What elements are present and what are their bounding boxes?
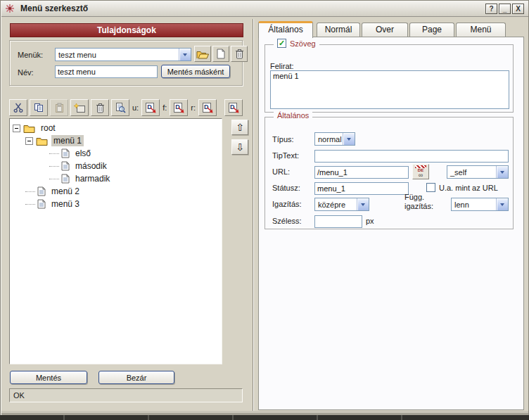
name-input[interactable]: [55, 65, 158, 78]
tab-page-altalanos: ✓ Szöveg Felirat: menü 1 Általános Típus…: [258, 37, 524, 410]
url-label: URL:: [272, 167, 290, 176]
tree-connector: [49, 179, 59, 179]
add-item-button[interactable]: [70, 99, 89, 116]
tiptext-label: TipText:: [272, 151, 299, 160]
document-icon: [37, 186, 46, 196]
szeless-input[interactable]: [314, 215, 362, 228]
app-icon: [5, 4, 15, 13]
document-icon: [61, 174, 70, 184]
new-menu-button[interactable]: [212, 46, 229, 62]
tipus-select[interactable]: normal: [314, 132, 355, 146]
clipboard-icon: [55, 103, 64, 113]
menus-select[interactable]: teszt menu: [55, 48, 191, 61]
szoveg-checkbox[interactable]: ✓: [277, 39, 286, 48]
open-menu-button[interactable]: [194, 46, 211, 62]
felirat-textarea[interactable]: menü 1: [270, 70, 509, 109]
menu-selector-group: Menük: teszt menu Név: Mentés másként: [9, 40, 243, 86]
igazitas-select[interactable]: középre: [314, 198, 369, 211]
new-document-icon: [217, 49, 225, 59]
help-button[interactable]: ?: [485, 4, 497, 14]
close-button[interactable]: Bezár: [98, 371, 174, 384]
altalanos-group: Általános Típus: normal TipText: URL: DE…: [264, 117, 514, 229]
tree-item-elso[interactable]: első: [10, 147, 222, 160]
save-as-button[interactable]: Mentés másként: [161, 65, 230, 78]
delete-menu-button[interactable]: [231, 46, 248, 62]
export-d-icon: D: [145, 103, 156, 113]
tree-item-harmadik[interactable]: harmadik: [10, 172, 222, 185]
open-folder-icon: [196, 49, 209, 59]
chain-link-icon: ∞: [419, 172, 423, 178]
felirat-label: Felirat:: [270, 62, 294, 70]
tab-altalanos[interactable]: Általános: [258, 21, 313, 38]
folder-icon: [36, 136, 48, 146]
same-as-url-checkbox[interactable]: ✓: [426, 183, 435, 192]
export-d-icon: D: [228, 103, 239, 113]
url-picker-button[interactable]: DE ∞: [412, 164, 429, 179]
check-icon: ✓: [279, 39, 285, 47]
tab-over[interactable]: Over: [362, 23, 408, 37]
copy-button[interactable]: [30, 99, 48, 116]
chevron-down-icon[interactable]: [357, 198, 369, 210]
menu-tree: root menü 1 első második harmadik: [9, 118, 222, 364]
delete-item-button[interactable]: [91, 99, 109, 116]
collapse-icon[interactable]: [13, 125, 20, 132]
export-r-button[interactable]: D: [198, 99, 217, 116]
szeless-label: Széless:: [272, 217, 302, 225]
szoveg-legend: ✓ Szöveg: [274, 39, 319, 48]
tree-toolbar: u: D f: D r: D: [9, 98, 253, 117]
scissors-icon: [13, 103, 23, 113]
chevron-down-icon[interactable]: [179, 49, 191, 61]
copy-icon: [34, 103, 44, 113]
url-input[interactable]: [314, 166, 409, 179]
chevron-down-icon[interactable]: [496, 198, 508, 210]
close-icon[interactable]: X: [512, 4, 524, 14]
folder-icon: [23, 124, 35, 133]
tab-menu[interactable]: Menü: [456, 23, 506, 37]
up-arrow-icon: ⇧: [236, 122, 244, 133]
tree-connector: [25, 204, 35, 205]
move-up-button[interactable]: ⇧: [231, 120, 248, 135]
same-as-url-label: U.a. mint az URL: [439, 184, 498, 192]
export-u-button[interactable]: D: [141, 99, 160, 116]
target-select[interactable]: _self: [447, 165, 509, 179]
tab-normal[interactable]: Normál: [317, 23, 360, 37]
tree-item-masodik[interactable]: második: [10, 160, 222, 172]
minimize-button[interactable]: _: [499, 4, 511, 14]
tree-item-menu1[interactable]: menü 1: [10, 134, 222, 147]
paste-button[interactable]: [50, 99, 68, 116]
save-button[interactable]: Mentés: [10, 371, 87, 384]
cut-button[interactable]: [9, 99, 27, 116]
page-magnifier-icon: [115, 103, 126, 113]
px-label: px: [366, 217, 374, 225]
fugg-igazitas-select[interactable]: lenn: [451, 198, 509, 211]
tree-connector: [25, 191, 35, 192]
preview-button[interactable]: [111, 99, 129, 116]
tree-connector: [49, 153, 59, 154]
f-label: f:: [162, 103, 167, 112]
chevron-down-icon[interactable]: [343, 133, 355, 145]
title-bar: Menü szerkesztő ? _ X: [1, 1, 528, 17]
move-down-button[interactable]: ⇩: [231, 139, 248, 155]
igazitas-label: Igazítás:: [272, 200, 302, 208]
fugg-igazitas-label: Függ. igazítás:: [404, 193, 448, 211]
document-icon: [61, 148, 70, 158]
document-icon: [37, 199, 46, 209]
export-d-icon: D: [202, 103, 213, 113]
tree-item-menu2[interactable]: menü 2: [10, 185, 222, 198]
export-all-button[interactable]: D: [224, 99, 243, 116]
tree-item-menu3[interactable]: menü 3: [10, 198, 222, 210]
menus-label: Menük:: [18, 51, 43, 59]
taskbar-sliver: [0, 415, 529, 420]
tree-item-root[interactable]: root: [10, 122, 222, 134]
export-f-button[interactable]: D: [170, 99, 188, 116]
window-title: Menü szerkesztő: [20, 4, 88, 13]
tab-page[interactable]: Page: [409, 23, 454, 37]
chevron-down-icon[interactable]: [496, 166, 508, 178]
name-label: Név:: [18, 68, 34, 77]
r-label: r:: [190, 103, 196, 112]
altalanos-legend: Általános: [274, 111, 312, 120]
collapse-icon[interactable]: [25, 137, 33, 145]
statusz-input[interactable]: [314, 182, 409, 195]
tree-connector: [49, 166, 59, 167]
tiptext-input[interactable]: [314, 150, 509, 163]
